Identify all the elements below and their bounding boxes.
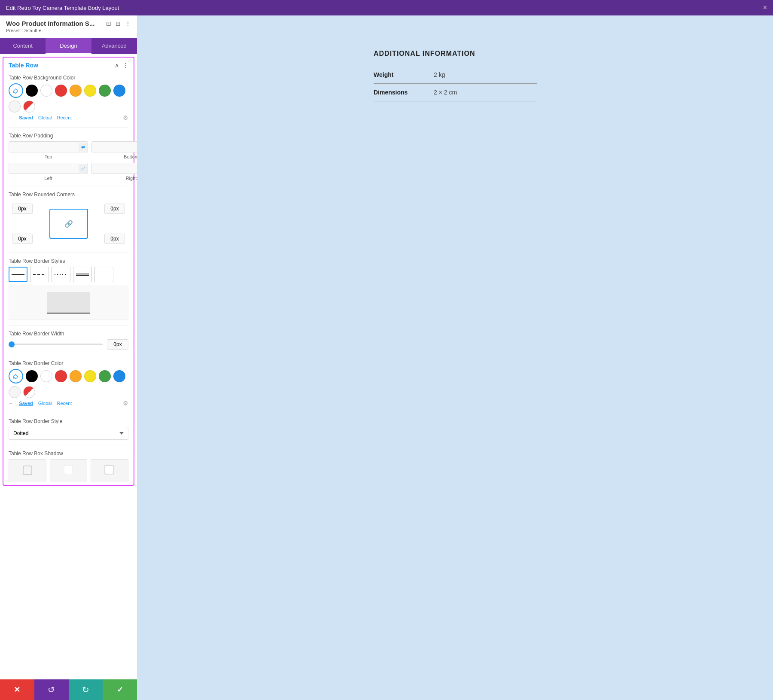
bg-eyedropper-button[interactable] [9, 83, 23, 98]
confirm-button[interactable]: ✓ [103, 679, 137, 700]
header-icons: ⊡ ⊟ ⋮ [106, 20, 131, 27]
cancel-button[interactable]: ✕ [0, 679, 34, 700]
dotted-icon [55, 274, 67, 275]
border-color-tab-saved[interactable]: Saved [19, 401, 33, 406]
corner-bl-input[interactable] [12, 234, 33, 244]
border-eyedropper-button[interactable] [9, 369, 23, 383]
border-style-dotted-btn[interactable] [52, 267, 70, 282]
padding-left-link-icon[interactable]: ⇌ [79, 164, 88, 173]
padding-bottom-wrapper: ⇌ [91, 141, 137, 152]
corner-preview: 🔗 [49, 209, 88, 239]
divider-1 [9, 127, 128, 128]
info-value-weight: 2 kg [434, 71, 445, 78]
padding-top-input[interactable] [9, 142, 79, 152]
border-styles-group: Table Row Border Styles [3, 255, 134, 323]
border-color-swatch-gradient[interactable] [23, 386, 35, 398]
more-icon[interactable]: ⋮ [125, 20, 131, 27]
border-color-group: Table Row Border Color [3, 357, 134, 411]
border-color-swatch-black[interactable] [26, 370, 38, 382]
border-color-swatch-red[interactable] [55, 370, 67, 382]
border-color-tab-global[interactable]: Global [38, 401, 52, 406]
bg-color-tab-recent[interactable]: Recent [57, 115, 72, 120]
preview-area: ADDITIONAL INFORMATION Weight 2 kg Dimen… [137, 15, 773, 700]
padding-right-label: Right [126, 176, 137, 181]
border-color-swatch-blue[interactable] [113, 370, 125, 382]
close-button[interactable]: × [763, 4, 767, 12]
widget-title-row: Woo Product Information S... ⊡ ⊟ ⋮ [6, 20, 131, 27]
bg-color-label: Table Row Background Color [9, 75, 128, 81]
redo-button[interactable]: ↻ [69, 679, 103, 700]
section-menu-button[interactable]: ⋮ [122, 62, 128, 69]
border-style-dropdown-label: Table Row Border Style [9, 418, 128, 424]
border-style-select[interactable]: Dotted Solid Dashed Double None [9, 427, 128, 440]
columns-icon[interactable]: ⊟ [116, 20, 121, 27]
border-style-double-btn[interactable] [73, 267, 92, 282]
color-swatch-black[interactable] [26, 85, 38, 97]
padding-right-input[interactable] [92, 163, 137, 173]
bg-color-tabs: ··· Saved Global Recent ⚙ [9, 113, 128, 122]
preview-content: ADDITIONAL INFORMATION Weight 2 kg Dimen… [374, 50, 537, 101]
padding-top-link-icon[interactable]: ⇌ [79, 143, 88, 152]
border-style-dashed-btn[interactable] [30, 267, 49, 282]
border-color-swatch-white[interactable] [40, 370, 52, 382]
padding-top-label: Top [45, 154, 52, 159]
border-color-settings-icon[interactable]: ⚙ [123, 400, 128, 407]
box-shadow-preview-row [9, 459, 128, 481]
border-color-swatch-amber[interactable] [70, 370, 82, 382]
color-swatch-yellow[interactable] [84, 85, 96, 97]
main-layout: Woo Product Information S... ⊡ ⊟ ⋮ Prese… [0, 15, 773, 700]
box-shadow-group: Table Row Box Shadow [3, 447, 134, 485]
corner-tr-input[interactable] [104, 204, 125, 214]
border-width-value[interactable] [107, 339, 128, 350]
monitor-icon[interactable]: ⊡ [106, 20, 111, 27]
border-style-none-btn[interactable] [94, 267, 113, 282]
undo-button[interactable]: ↺ [34, 679, 69, 700]
border-color-tab-recent[interactable]: Recent [57, 401, 72, 406]
color-settings-icon[interactable]: ⚙ [123, 114, 128, 121]
widget-title: Woo Product Information S... [6, 20, 94, 27]
color-swatch-light[interactable] [9, 100, 21, 113]
tab-content[interactable]: Content [0, 38, 46, 54]
left-panel: Woo Product Information S... ⊡ ⊟ ⋮ Prese… [0, 15, 137, 700]
padding-left-label: Left [44, 176, 52, 181]
padding-top-wrapper: ⇌ [9, 141, 88, 152]
additional-info-title: ADDITIONAL INFORMATION [374, 50, 537, 58]
rounded-corners-label: Table Row Rounded Corners [9, 192, 128, 198]
bg-color-tab-global[interactable]: Global [38, 115, 52, 120]
info-key-weight: Weight [374, 71, 434, 78]
border-color-tabs: ··· Saved Global Recent ⚙ [9, 398, 128, 408]
corner-link-icon[interactable]: 🔗 [64, 220, 73, 228]
color-swatch-gradient[interactable] [23, 100, 35, 113]
color-swatch-blue[interactable] [113, 85, 125, 97]
border-color-swatch-green[interactable] [99, 370, 111, 382]
padding-bottom-input[interactable] [92, 142, 137, 152]
padding-left-input[interactable] [9, 163, 79, 173]
border-color-swatch-light[interactable] [9, 386, 21, 398]
table-row-section: Table Row ∧ ⋮ Table Row Background Color [3, 57, 134, 486]
color-swatch-amber[interactable] [70, 85, 82, 97]
border-style-solid-btn[interactable] [9, 267, 27, 282]
padding-left-field: ⇌ Left [9, 163, 88, 181]
color-swatch-red[interactable] [55, 85, 67, 97]
color-swatch-white[interactable] [40, 85, 52, 97]
color-swatch-green[interactable] [99, 85, 111, 97]
border-color-swatch-yellow[interactable] [84, 370, 96, 382]
divider-2 [9, 186, 128, 186]
bg-color-tab-saved[interactable]: Saved [19, 115, 33, 120]
corner-tl-input[interactable] [12, 204, 33, 214]
tab-design[interactable]: Design [46, 38, 91, 54]
shadow-thumb-medium[interactable] [91, 459, 128, 481]
corner-br-input[interactable] [104, 234, 125, 244]
info-row-weight: Weight 2 kg [374, 66, 537, 84]
divider-3 [9, 253, 128, 253]
shadow-thumb-light[interactable] [50, 459, 88, 481]
padding-top-field: ⇌ Top [9, 141, 88, 159]
border-width-slider[interactable] [9, 344, 103, 345]
tab-advanced[interactable]: Advanced [91, 38, 137, 54]
shadow-thumb-none[interactable] [9, 459, 46, 481]
rounded-corners-group: Table Row Rounded Corners 🔗 [3, 188, 134, 251]
info-row-dimensions: Dimensions 2 × 2 cm [374, 84, 537, 101]
divider-4 [9, 325, 128, 326]
section-collapse-button[interactable]: ∧ [115, 62, 119, 69]
preset-label[interactable]: Preset: Default ▾ [6, 28, 131, 33]
